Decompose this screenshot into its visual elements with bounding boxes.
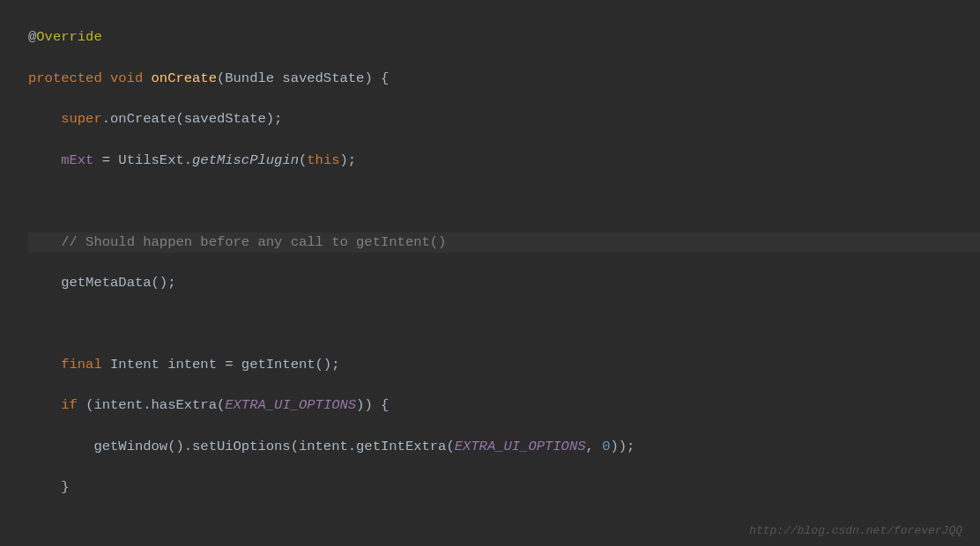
constant: EXTRA_UI_OPTIONS <box>225 397 356 413</box>
code-text: , <box>586 439 603 454</box>
annotation-at: @ <box>28 29 36 45</box>
annotation-name: Override <box>36 29 101 45</box>
code-editor[interactable]: @Override protected void onCreate(Bundle… <box>0 7 980 546</box>
code-line: getMetaData(); <box>28 273 980 293</box>
keyword-final: final <box>61 357 110 373</box>
keyword-void: void <box>110 70 152 86</box>
code-line: super.onCreate(savedState); <box>28 109 980 129</box>
code-text: )) { <box>356 397 389 413</box>
code-line: } <box>28 477 980 498</box>
method-name: onCreate <box>152 70 217 86</box>
code-line-highlighted: // Should happen before any call to getI… <box>28 232 980 253</box>
code-text: getWindow().setUiOptions(intent.getIntEx… <box>93 439 454 454</box>
code-line: getWindow().setUiOptions(intent.getIntEx… <box>28 437 980 457</box>
code-line: if (intent.hasExtra(EXTRA_UI_OPTIONS)) { <box>28 395 980 416</box>
constant: EXTRA_UI_OPTIONS <box>455 439 586 454</box>
code-text: } <box>61 479 69 495</box>
code-text: (Bundle savedState) { <box>217 70 389 86</box>
code-text: .onCreate(savedState); <box>102 111 283 127</box>
field-name: mExt <box>61 152 93 168</box>
code-text: ); <box>340 152 357 168</box>
keyword-protected: protected <box>28 70 110 86</box>
code-text: Intent intent = getIntent(); <box>110 357 339 373</box>
watermark-text: http://blog.csdn.net/foreverJQQ <box>749 522 962 540</box>
code-text: = UtilsExt. <box>93 152 192 168</box>
code-line: protected void onCreate(Bundle savedStat… <box>28 69 980 89</box>
comment: // Should happen before any call to getI… <box>61 234 446 250</box>
code-text: (intent.hasExtra( <box>85 397 225 413</box>
keyword-this: this <box>307 152 339 168</box>
keyword-if: if <box>61 397 85 413</box>
code-line <box>28 191 980 211</box>
code-line <box>28 314 980 335</box>
code-text: getMetaData(); <box>61 275 175 291</box>
code-line: mExt = UtilsExt.getMiscPlugin(this); <box>28 151 980 171</box>
code-line: @Override <box>28 27 980 48</box>
static-method: getMiscPlugin <box>192 152 299 168</box>
keyword-super: super <box>61 111 102 127</box>
code-text: )); <box>610 439 635 454</box>
code-text: ( <box>299 152 307 168</box>
code-line: final Intent intent = getIntent(); <box>28 355 980 375</box>
